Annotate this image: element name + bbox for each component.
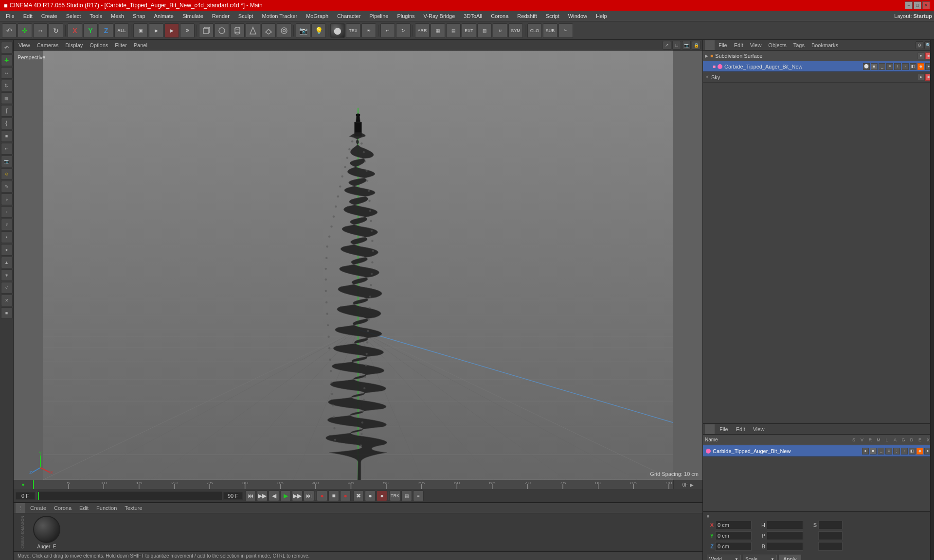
cursor-tool-btn[interactable]: ↶ (2, 23, 17, 38)
mat-menu-function[interactable]: Function (93, 504, 120, 512)
attr-flag6[interactable]: ◦ (901, 448, 908, 455)
array-btn[interactable]: ARR (415, 23, 430, 38)
cloner-btn[interactable]: CLO (527, 23, 542, 38)
play-forward-btn[interactable]: ▶ (280, 490, 291, 501)
attr-flag3[interactable]: ⎯ (878, 448, 884, 455)
objmgr-menu-view[interactable]: View (747, 41, 765, 49)
left-scale-btn[interactable]: ↔ (1, 67, 13, 79)
left-cursor-btn[interactable]: ↶ (1, 42, 13, 53)
attr-flag8[interactable]: ◆ (916, 448, 923, 455)
obj-tag-auger1[interactable]: ⚪ (863, 63, 870, 70)
vp-fullscreen-btn[interactable]: □ (672, 41, 681, 50)
material-item-auger[interactable]: Auger_E (33, 516, 60, 549)
vp-menu-options[interactable]: Options (87, 41, 111, 49)
viewport[interactable]: Perspective Y X Z Grid Spacing: 10 cm (14, 51, 702, 480)
prev-keyframe-btn[interactable]: ▶▶ (257, 490, 268, 501)
obj-tag-auger6[interactable]: ◦ (902, 63, 909, 70)
menu-mograph[interactable]: MoGraph (302, 12, 332, 20)
title-bar-controls[interactable]: − □ ✕ (905, 1, 930, 9)
param-btn[interactable]: ▤ (401, 490, 412, 501)
attrmgr-menu-edit[interactable]: Edit (733, 425, 748, 433)
timeline-btn[interactable]: ≡ (413, 490, 424, 501)
menu-character[interactable]: Character (333, 12, 364, 20)
loft-btn[interactable]: ▦ (431, 23, 445, 38)
left-spline-btn[interactable]: ⎧ (1, 105, 13, 117)
vp-camera-btn[interactable]: 📷 (682, 41, 691, 50)
material-btn[interactable]: ⬤ (330, 23, 345, 38)
record-btn[interactable]: ● (317, 490, 327, 501)
coord-sz-input[interactable] (818, 542, 843, 551)
mat-menu-edit[interactable]: Edit (76, 504, 91, 512)
x-axis-btn[interactable]: X (68, 23, 82, 38)
menu-mesh[interactable]: Mesh (107, 12, 128, 20)
menu-select[interactable]: Select (62, 12, 85, 20)
sphere-btn[interactable] (215, 23, 229, 38)
menu-motion-tracker[interactable]: Motion Tracker (258, 12, 301, 20)
jump-start-btn[interactable]: ⏮ (245, 490, 256, 501)
coord-p-input[interactable] (767, 531, 803, 540)
objmgr-menu-tags[interactable]: Tags (790, 41, 808, 49)
left-terrain-btn[interactable]: ▲ (1, 257, 13, 268)
objmgr-menu-file[interactable]: File (716, 41, 730, 49)
track-btn[interactable]: TRK (390, 490, 400, 501)
vp-lock-btn[interactable]: 🔒 (692, 41, 700, 50)
render-region-btn[interactable]: ▣ (133, 23, 148, 38)
cylinder-btn[interactable] (230, 23, 245, 38)
left-sculpt5-btn[interactable]: ● (1, 244, 13, 256)
obj-tag-auger2[interactable]: ■ (871, 63, 878, 70)
left-prim-btn[interactable]: ■ (1, 130, 13, 142)
bend-btn[interactable]: ↩ (380, 23, 395, 38)
z-axis-btn[interactable]: Z (99, 23, 113, 38)
objmgr-menu-edit[interactable]: Edit (731, 41, 746, 49)
left-extra1-btn[interactable]: ✕ (1, 295, 13, 306)
texture-btn[interactable]: TEX (346, 23, 360, 38)
menu-redshift[interactable]: Redshift (513, 12, 540, 20)
attr-flag1[interactable]: ● (862, 448, 869, 455)
material-ball-auger[interactable] (33, 516, 60, 543)
lathe-btn[interactable]: ▨ (477, 23, 492, 38)
coord-y-pos-input[interactable] (715, 531, 752, 540)
next-keyframe-btn[interactable]: ▶▶ (292, 490, 303, 501)
symmetry-btn[interactable]: SYM (508, 23, 523, 38)
twist-btn[interactable]: ↻ (396, 23, 411, 38)
attrmgr-menu-view[interactable]: View (750, 425, 768, 433)
autokey-btn[interactable]: ● (377, 490, 387, 501)
timeline-track[interactable]: 5 10 15 20 25 30 35 (33, 480, 673, 489)
menu-sculpt[interactable]: Sculpt (234, 12, 257, 20)
menu-tools[interactable]: Tools (86, 12, 106, 20)
obj-tag-auger8[interactable]: ◆ (917, 63, 924, 70)
obj-tag-auger5[interactable]: ⋮ (894, 63, 901, 70)
left-move-btn[interactable]: ✚ (1, 54, 13, 66)
menu-pipeline[interactable]: Pipeline (365, 12, 392, 20)
left-sculpt3-btn[interactable]: ♯ (1, 219, 13, 230)
menu-simulate[interactable]: Simulate (179, 12, 207, 20)
left-poly-btn[interactable]: ▩ (1, 92, 13, 104)
obj-tag-auger3[interactable]: ⎯ (879, 63, 885, 70)
plane-btn[interactable] (261, 23, 276, 38)
menu-window[interactable]: Window (564, 12, 591, 20)
all-axes-btn[interactable]: ALL (114, 23, 129, 38)
left-nurbs-btn[interactable]: ⎨ (1, 118, 13, 129)
close-button[interactable]: ✕ (922, 1, 930, 9)
attr-flag7[interactable]: ◧ (909, 448, 916, 455)
left-sculpt2-btn[interactable]: ♮ (1, 206, 13, 218)
coord-world-dropdown[interactable]: World ▼ (707, 555, 741, 560)
objmgr-icon1[interactable]: ⚙ (916, 41, 923, 49)
coord-apply-button[interactable]: Apply (779, 555, 801, 560)
cone-btn[interactable] (246, 23, 260, 38)
coord-x-pos-input[interactable] (715, 521, 752, 529)
menu-vray[interactable]: V-Ray Bridge (420, 12, 459, 20)
y-axis-btn[interactable]: Y (83, 23, 98, 38)
motion-path-btn[interactable]: ● (365, 490, 376, 501)
vp-menu-cameras[interactable]: Cameras (34, 41, 62, 49)
obj-sky[interactable]: ☀ Sky ● ■ (703, 72, 934, 83)
menu-edit[interactable]: Edit (19, 12, 36, 20)
render-view-btn[interactable]: ▶ (149, 23, 163, 38)
timeline-expand-btn[interactable]: ▶ (690, 482, 694, 488)
menu-render[interactable]: Render (208, 12, 234, 20)
menu-snap[interactable]: Snap (129, 12, 149, 20)
coord-scale-dropdown[interactable]: Scale ▼ (743, 555, 777, 560)
attr-selected-row[interactable]: Carbide_Tipped_Auger_Bit_New ● ■ ⎯ ≡ ⋮ ◦… (703, 445, 934, 457)
left-sculpt4-btn[interactable]: • (1, 231, 13, 243)
menu-file[interactable]: File (2, 12, 18, 20)
